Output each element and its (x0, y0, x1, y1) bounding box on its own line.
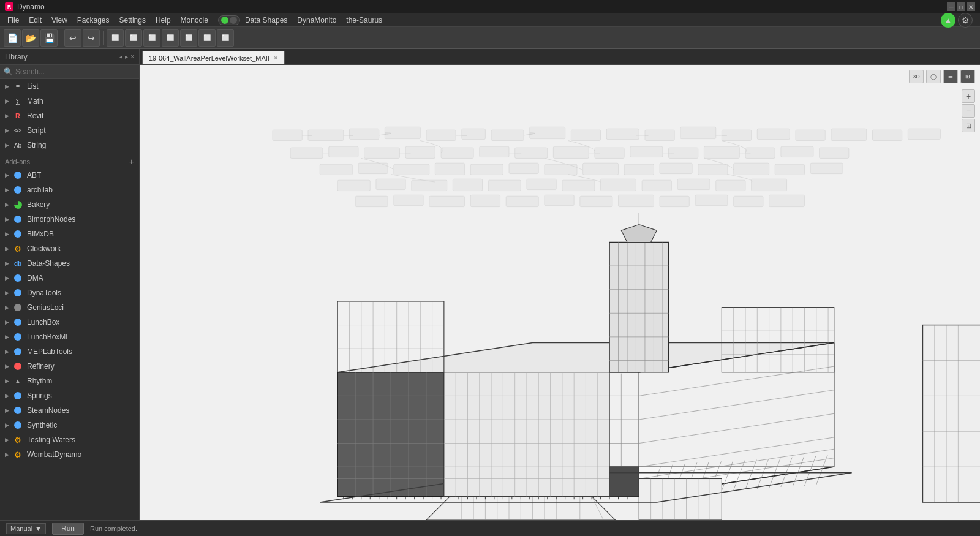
run-mode-selector[interactable]: Manual ▼ (6, 523, 46, 534)
menu-dynamonito[interactable]: DynaMonito (292, 13, 341, 27)
menu-monocle[interactable]: Monocle (176, 13, 213, 27)
minimize-button[interactable]: ─ (947, 2, 956, 11)
sidebar-item-revit[interactable]: ▶ R Revit (0, 108, 139, 123)
sidebar-item-steamnodes[interactable]: ▶ SteamNodes (0, 403, 139, 418)
toolbar: 📄 📂 💾 ↩ ↪ ⬜ ⬜ ⬜ ⬜ ⬜ ⬜ ⬜ (0, 27, 980, 49)
node-btn-6[interactable]: ⬜ (198, 29, 216, 47)
icon-abt (12, 170, 23, 181)
label-list: List (27, 82, 134, 91)
label-geniusloci: GeniusLoci (27, 303, 134, 312)
sidebar-item-archilab[interactable]: ▶ archilab (0, 183, 139, 197)
arrow-data-shapes: ▶ (5, 260, 12, 266)
titlebar-left: R Dynamo (5, 2, 45, 11)
svg-rect-46 (810, 163, 843, 173)
sidebar-item-abt[interactable]: ▶ ABT (0, 168, 139, 183)
addons-add-button[interactable]: + (129, 157, 134, 167)
canvas-area[interactable]: 3D ◯ ═ ⊞ + − ⊡ (140, 65, 980, 520)
menu-view[interactable]: View (47, 13, 72, 27)
svg-rect-14 (796, 130, 825, 140)
arrow-wombatdynamo: ▶ (5, 451, 12, 458)
redo-button[interactable]: ↪ (83, 29, 100, 47)
sidebar-item-testing-waters[interactable]: ▶ ⚙ Testing Waters (0, 432, 139, 447)
node-btn-1[interactable]: ⬜ (107, 29, 124, 47)
library-header: Library ◂ ▸ × (0, 49, 140, 64)
sidebar-item-wombatdynamo[interactable]: ▶ ⚙ WombatDynamo (0, 447, 139, 462)
maximize-button[interactable]: □ (957, 2, 965, 11)
menu-packages[interactable]: Packages (72, 13, 115, 27)
menu-settings[interactable]: Settings (115, 13, 151, 27)
svg-rect-10 (645, 130, 674, 140)
search-input[interactable] (15, 67, 135, 76)
label-bakery: Bakery (27, 200, 134, 209)
sidebar-item-clockwork[interactable]: ▶ ⚙ Clockwork (0, 241, 139, 256)
menu-data-shapes[interactable]: Data Shapes (240, 13, 292, 27)
user-avatar[interactable]: ▲ (941, 13, 956, 28)
sidebar-item-lunchbox[interactable]: ▶ LunchBox (0, 315, 139, 330)
sidebar-item-meplabtools[interactable]: ▶ MEPLabTools (0, 344, 139, 359)
monocle-toggle[interactable] (218, 15, 240, 25)
svg-rect-9 (606, 129, 639, 139)
sidebar-item-script[interactable]: ▶ </> Script (0, 123, 139, 138)
menu-the-saurus[interactable]: the-Saurus (341, 13, 387, 27)
sidebar-item-geniusloci[interactable]: ▶ GeniusLoci (0, 300, 139, 315)
icon-clockwork: ⚙ (12, 243, 23, 254)
node-btn-2[interactable]: ⬜ (125, 29, 142, 47)
save-button[interactable]: 💾 (40, 29, 58, 47)
sidebar-item-dynatools[interactable]: ▶ DynaTools (0, 285, 139, 300)
menu-help[interactable]: Help (151, 13, 176, 27)
run-button[interactable]: Run (52, 523, 84, 535)
svg-rect-188 (922, 325, 980, 502)
svg-rect-2 (349, 129, 379, 139)
arrow-lunchbox: ▶ (5, 319, 12, 325)
sidebar-item-springs[interactable]: ▶ Springs (0, 388, 139, 403)
tab-close-btn[interactable]: ✕ (273, 55, 278, 61)
svg-rect-11 (680, 127, 716, 138)
library-ctrl-3[interactable]: × (130, 53, 134, 60)
svg-rect-53 (562, 180, 595, 191)
svg-rect-19 (329, 146, 358, 157)
sidebar-item-bimxdb[interactable]: ▶ BIMxDB (0, 227, 139, 241)
sidebar-item-bimorphnodes[interactable]: ▶ BimorphNodes (0, 212, 139, 227)
icon-synthetic (12, 420, 23, 431)
sidebar-item-lunchboxml[interactable]: ▶ LunchBoxML (0, 330, 139, 344)
sidebar-item-dma[interactable]: ▶ DMA (0, 271, 139, 285)
menu-edit[interactable]: Edit (24, 13, 47, 27)
node-btn-3[interactable]: ⬜ (143, 29, 160, 47)
sidebar-item-rhythm[interactable]: ▶ ▲ Rhythm (0, 374, 139, 388)
icon-string: Ab (12, 140, 23, 151)
node-btn-5[interactable]: ⬜ (180, 29, 197, 47)
undo-button[interactable]: ↩ (64, 29, 81, 47)
sidebar-item-synthetic[interactable]: ▶ Synthetic (0, 418, 139, 432)
main-tab[interactable]: 19-064_WallAreaPerLevelWorkset_MAII ✕ (142, 51, 285, 64)
arrow-lunchboxml: ▶ (5, 334, 12, 340)
sidebar-item-list[interactable]: ▶ ≡ List (0, 79, 139, 94)
library-ctrl-2[interactable]: ▸ (125, 53, 128, 60)
sidebar-item-bakery[interactable]: ▶ Bakery (0, 197, 139, 212)
svg-line-126 (639, 390, 834, 420)
svg-rect-42 (660, 163, 692, 173)
svg-rect-13 (757, 129, 790, 139)
icon-refinery (12, 361, 23, 372)
icon-steamnodes (12, 405, 23, 416)
sidebar-item-math[interactable]: ▶ ∑ Math (0, 94, 139, 108)
label-archilab: archilab (27, 186, 134, 194)
node-btn-7[interactable]: ⬜ (217, 29, 234, 47)
node-btn-4[interactable]: ⬜ (162, 29, 179, 47)
settings-icon[interactable]: ⚙ (958, 13, 973, 28)
sidebar-item-refinery[interactable]: ▶ Refinery (0, 359, 139, 374)
svg-rect-55 (642, 180, 671, 191)
sidebar-item-string[interactable]: ▶ Ab String (0, 138, 139, 153)
svg-rect-35 (394, 164, 429, 175)
icon-script: </> (12, 125, 23, 136)
sidebar-item-data-shapes[interactable]: ▶ db Data-Shapes (0, 256, 139, 271)
svg-rect-31 (781, 146, 813, 157)
close-button[interactable]: ✕ (967, 2, 975, 11)
new-button[interactable]: 📄 (4, 29, 21, 47)
menu-file[interactable]: File (2, 13, 24, 27)
arrow-list: ▶ (5, 83, 12, 89)
label-meplabtools: MEPLabTools (27, 347, 134, 356)
open-button[interactable]: 📂 (22, 29, 39, 47)
svg-rect-60 (394, 195, 423, 205)
label-springs: Springs (27, 391, 134, 400)
library-ctrl-1[interactable]: ◂ (119, 53, 123, 60)
